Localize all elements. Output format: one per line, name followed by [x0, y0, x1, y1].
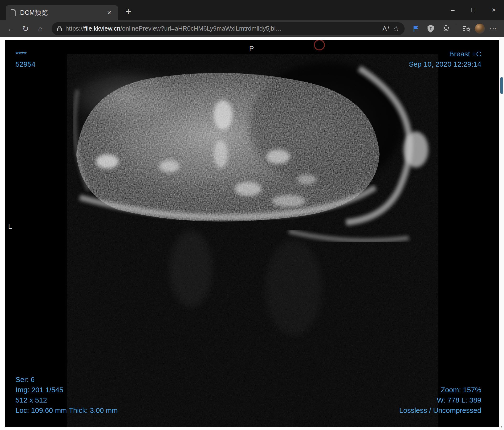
shield-extension-icon[interactable]: T: [424, 22, 437, 35]
new-tab-button[interactable]: +: [122, 5, 135, 18]
reload-button[interactable]: ↻: [19, 22, 32, 35]
lock-icon: [57, 26, 62, 32]
overlay-bottom-left: Ser: 6 Img: 201 1/545 512 x 512 Loc: 109…: [16, 374, 118, 415]
back-button[interactable]: ←: [4, 22, 17, 35]
series-number: Ser: 6: [16, 374, 118, 385]
window-close-button[interactable]: ×: [484, 0, 504, 20]
page-content: **** 52954 P L Breast +C Sep 10, 2020 12…: [0, 37, 504, 430]
overlay-top-right: Breast +C Sep 10, 2020 12:29:14: [409, 49, 481, 69]
overlay-bottom-right: Zoom: 157% W: 778 L: 389 Lossless / Unco…: [399, 385, 481, 415]
read-aloud-letter: A: [383, 25, 387, 32]
patient-id-masked: ****: [16, 49, 35, 59]
maximize-button[interactable]: □: [463, 0, 484, 20]
orientation-marker-posterior: P: [249, 45, 254, 53]
study-datetime: Sep 10, 2020 12:29:14: [409, 59, 481, 69]
url-host: file.kkview.cn: [84, 25, 120, 32]
sound-wave-icon: [387, 25, 390, 30]
extension-blue-icon[interactable]: [409, 22, 422, 35]
mri-image[interactable]: [67, 54, 438, 427]
url-path: /onlinePreview?url=aHR0cHM6Ly9maWxlLmtrd…: [120, 25, 282, 32]
navigation-toolbar: ← ↻ ⌂ https://file.kkview.cn/onlinePrevi…: [0, 20, 504, 37]
window-controls: – □ ×: [442, 0, 504, 20]
minimize-button[interactable]: –: [442, 0, 463, 20]
favorite-star-button[interactable]: ☆: [393, 24, 399, 33]
overlay-top-left: **** 52954: [16, 49, 35, 69]
orientation-marker-left: L: [8, 222, 12, 231]
home-button[interactable]: ⌂: [34, 22, 47, 35]
shield-letter: T: [430, 26, 432, 30]
window-level: W: 778 L: 389: [399, 395, 481, 405]
page-scrollbar[interactable]: ▼: [499, 37, 504, 430]
toolbar-divider: [456, 25, 456, 33]
url-scheme: https://: [65, 25, 84, 32]
favorites-bar-icon[interactable]: [460, 22, 473, 35]
read-aloud-button[interactable]: A: [383, 25, 390, 32]
page-icon: [10, 9, 16, 16]
url-text: https://file.kkview.cn/onlinePreview?url…: [65, 25, 379, 32]
image-number: Img: 201 1/545: [16, 385, 118, 395]
tab-strip: DCM预览 × + – □ ×: [0, 0, 504, 20]
study-description: Breast +C: [409, 49, 481, 59]
extensions-puzzle-icon[interactable]: [439, 22, 452, 35]
compression-info: Lossless / Uncompressed: [399, 405, 481, 415]
matrix-size: 512 x 512: [16, 395, 118, 405]
browser-tab[interactable]: DCM预览 ×: [6, 5, 118, 20]
profile-avatar[interactable]: [475, 24, 485, 34]
dicom-viewer[interactable]: **** 52954 P L Breast +C Sep 10, 2020 12…: [5, 40, 499, 427]
scrollbar-thumb[interactable]: [500, 77, 503, 94]
address-bar[interactable]: https://file.kkview.cn/onlinePreview?url…: [52, 22, 405, 35]
tab-close-button[interactable]: ×: [105, 8, 114, 17]
tab-title: DCM预览: [20, 8, 101, 17]
slice-location: Loc: 109.60 mm Thick: 3.00 mm: [16, 405, 118, 415]
patient-number: 52954: [16, 59, 35, 69]
more-menu-button[interactable]: ⋯: [487, 22, 500, 35]
browser-window: DCM预览 × + – □ × ← ↻ ⌂ https://file.kkvie…: [0, 0, 504, 430]
zoom-level: Zoom: 157%: [399, 385, 481, 395]
scrollbar-down-arrow[interactable]: ▼: [499, 425, 504, 428]
annotation-circle: [314, 40, 325, 50]
